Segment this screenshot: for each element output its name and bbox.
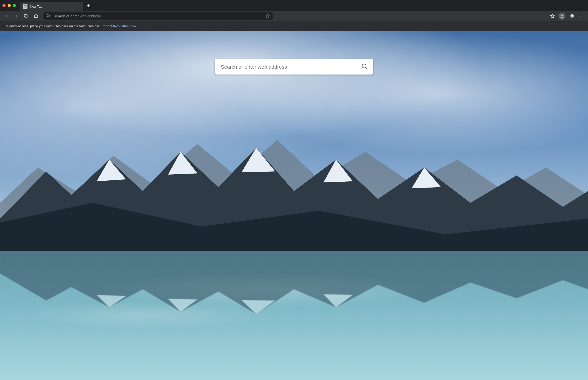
svg-line-7 bbox=[49, 17, 50, 17]
svg-marker-9 bbox=[550, 14, 554, 18]
svg-line-19 bbox=[366, 67, 367, 69]
tab-favicon-icon bbox=[23, 4, 27, 9]
address-input[interactable] bbox=[54, 14, 263, 18]
svg-point-16 bbox=[581, 16, 582, 17]
favourites-info-bar: For quick access, place your favourites … bbox=[0, 21, 588, 31]
window-maximize-button[interactable] bbox=[13, 4, 16, 7]
window-titlebar: New Tab bbox=[0, 0, 588, 11]
import-favourites-link[interactable]: Import favourites now bbox=[101, 24, 136, 28]
svg-point-6 bbox=[47, 14, 50, 17]
svg-rect-0 bbox=[24, 5, 26, 7]
svg-marker-8 bbox=[266, 14, 270, 18]
browser-tab[interactable]: New Tab bbox=[20, 2, 83, 11]
avatar-icon bbox=[559, 13, 566, 19]
more-menu-button[interactable] bbox=[577, 12, 586, 20]
svg-point-12 bbox=[570, 14, 573, 18]
traffic-lights bbox=[2, 4, 16, 7]
reload-button[interactable] bbox=[21, 12, 30, 20]
svg-point-15 bbox=[580, 16, 581, 17]
window-close-button[interactable] bbox=[2, 4, 6, 7]
favourites-info-text: For quick access, place your favourites … bbox=[3, 24, 100, 28]
background-image bbox=[0, 31, 588, 380]
feedback-smiley-button[interactable] bbox=[568, 12, 576, 20]
svg-point-14 bbox=[572, 16, 573, 16]
tab-close-button[interactable] bbox=[77, 5, 81, 8]
svg-point-11 bbox=[561, 15, 563, 16]
back-button[interactable] bbox=[2, 12, 11, 20]
browser-toolbar bbox=[0, 11, 588, 21]
svg-point-18 bbox=[362, 64, 366, 68]
svg-point-17 bbox=[583, 16, 583, 17]
home-button[interactable] bbox=[31, 12, 40, 20]
profile-button[interactable] bbox=[558, 12, 567, 20]
forward-button[interactable] bbox=[12, 12, 20, 20]
tab-title: New Tab bbox=[30, 5, 75, 8]
search-icon bbox=[46, 14, 51, 19]
new-tab-page bbox=[0, 31, 588, 380]
new-tab-button[interactable] bbox=[85, 2, 92, 9]
favourite-star-button[interactable] bbox=[265, 14, 270, 19]
address-bar[interactable] bbox=[43, 12, 273, 20]
window-minimize-button[interactable] bbox=[8, 4, 11, 7]
page-search-go-icon[interactable] bbox=[361, 63, 368, 71]
favourites-list-button[interactable] bbox=[548, 12, 557, 20]
page-search-input[interactable] bbox=[221, 64, 361, 70]
page-search-box[interactable] bbox=[215, 59, 373, 75]
svg-point-13 bbox=[571, 16, 571, 16]
